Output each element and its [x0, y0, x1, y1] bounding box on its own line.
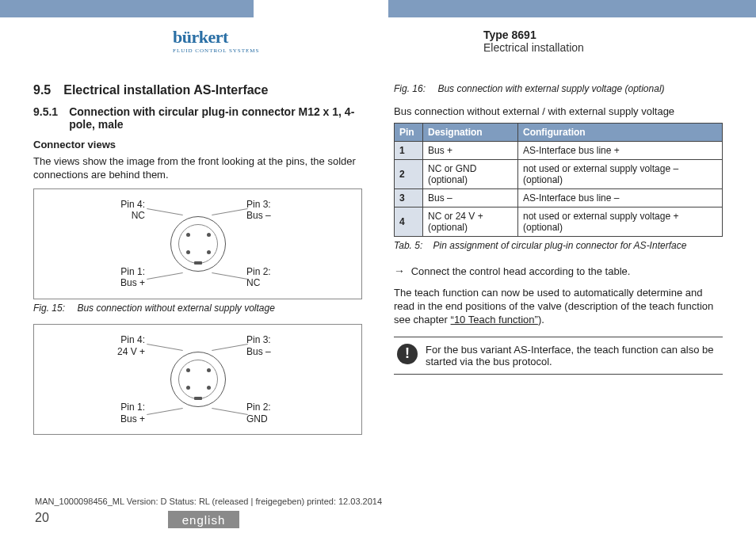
teach-function-link[interactable]: “10 Teach function” [451, 314, 538, 326]
connector-face-icon [170, 352, 226, 407]
th-designation: Designation [423, 124, 518, 142]
table-row: 1 Bus + AS-Interface bus line + [395, 142, 723, 160]
fig15-caption: Fig. 15: Bus connection without external… [33, 303, 362, 315]
pin2-label: Pin 2:NC [246, 266, 271, 289]
pin4-label: Pin 4:24 V + [97, 334, 145, 357]
subheading-connector-views: Connector views [33, 139, 362, 152]
brand-logo: bürkert FLUID CONTROL SYSTEMS [173, 27, 259, 54]
pin-assignment-table: Pin Designation Configuration 1 Bus + AS… [394, 123, 723, 237]
page-header: Type 8691 Electrical installation [483, 29, 584, 54]
leader-line [212, 272, 247, 280]
heading-number: 9.5.1 [33, 105, 58, 131]
note-text: For the bus variant AS-Interface, the te… [426, 344, 720, 367]
table-row: 4 NC or 24 V + (optional) not used or ex… [395, 207, 723, 237]
heading-title: Connection with circular plug-in connect… [69, 105, 362, 131]
leader-line [212, 408, 247, 415]
table-row: 3 Bus – AS-Interface bus line – [395, 189, 723, 207]
fig16-caption: Fig. 16: Bus connection with external su… [394, 83, 723, 96]
teach-function-paragraph: The teach function can now be used to au… [394, 287, 723, 327]
leader-line [147, 208, 182, 215]
pin1-label: Pin 1:Bus + [97, 266, 145, 289]
tab-caption-text: Pin assignment of circular plug-in conne… [433, 240, 687, 251]
connect-text: Connect the control head according to th… [411, 265, 631, 277]
th-configuration: Configuration [518, 124, 723, 142]
top-bar-left [0, 0, 254, 17]
leader-line [212, 344, 247, 351]
fig-number: Fig. 16: [394, 83, 426, 94]
connect-instruction: → Connect the control head according to … [394, 264, 723, 279]
table-row: 2 NC or GND (optional) not used or exter… [395, 160, 723, 189]
heading-number: 9.5 [33, 83, 51, 97]
leader-line [212, 208, 247, 215]
tab5-caption: Tab. 5: Pin assignment of circular plug-… [394, 240, 723, 253]
note-box: ! For the bus variant AS-Interface, the … [394, 337, 723, 375]
leader-line [147, 344, 182, 351]
connector-views-desc: The views show the image from the front … [33, 155, 362, 182]
connector-diagram-fig16: Pin 4:24 V + Pin 3:Bus – Pin 1:Bus + Pin… [33, 324, 362, 435]
connector-face-icon [170, 216, 226, 272]
pin2-label: Pin 2:GND [246, 402, 271, 424]
fig-number: Fig. 15: [33, 303, 65, 314]
top-bar-right [388, 0, 756, 17]
exclamation-icon: ! [397, 344, 418, 364]
brand-tagline: FLUID CONTROL SYSTEMS [173, 48, 259, 54]
heading-title: Electrical installation AS-Interface [63, 83, 268, 97]
connector-diagram-fig15: Pin 4:NC Pin 3:Bus – Pin 1:Bus + Pin 2:N… [33, 188, 362, 299]
table-intro: Bus connection without external / with e… [394, 105, 723, 119]
language-badge: english [168, 511, 239, 528]
fig-caption-text: Bus connection without external supply v… [77, 303, 275, 314]
main-content: 9.5 Electrical installation AS-Interface… [33, 83, 723, 487]
arrow-icon: → [394, 265, 405, 277]
heading-9-5: 9.5 Electrical installation AS-Interface [33, 83, 362, 97]
brand-name: bürkert [173, 27, 228, 47]
tab-number: Tab. 5: [394, 240, 422, 251]
pin3-label: Pin 3:Bus – [246, 199, 271, 222]
pin3-label: Pin 3:Bus – [246, 334, 271, 357]
page-number: 20 [35, 511, 49, 525]
pin4-label: Pin 4:NC [97, 199, 145, 222]
heading-9-5-1: 9.5.1 Connection with circular plug-in c… [33, 105, 362, 131]
doc-section: Electrical installation [483, 41, 584, 54]
th-pin: Pin [395, 124, 423, 142]
pin1-label: Pin 1:Bus + [97, 402, 145, 424]
leader-line [147, 408, 182, 415]
footer-meta: MAN_1000098456_ML Version: D Status: RL … [35, 497, 382, 506]
fig-caption-text: Bus connection with external supply volt… [437, 83, 664, 94]
doc-type: Type 8691 [483, 29, 584, 41]
leader-line [147, 272, 182, 280]
